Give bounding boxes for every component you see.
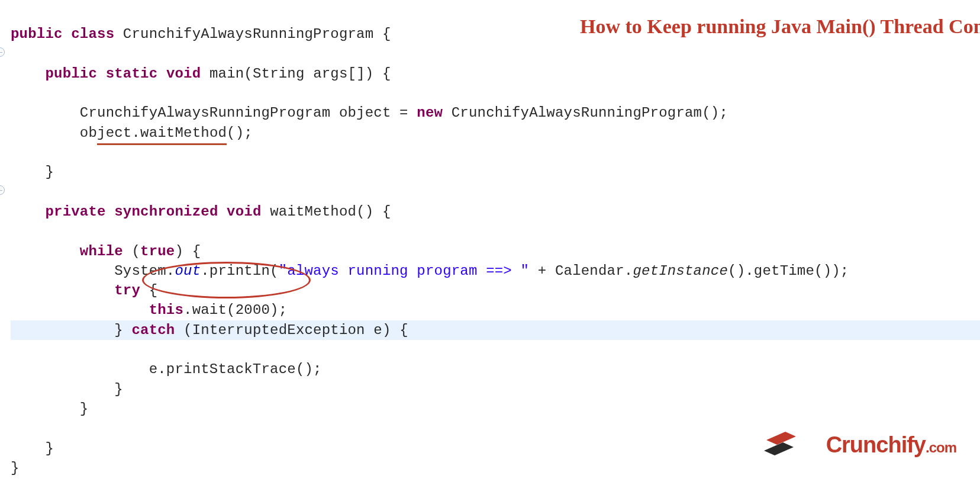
method-main: main(String args[]) { xyxy=(209,66,391,82)
keyword-class: class xyxy=(71,26,114,42)
class-name: CrunchifyAlwaysRunningProgram xyxy=(123,26,373,42)
string-literal: "always running program ==> " xyxy=(279,263,529,279)
brace: { xyxy=(373,26,391,42)
keyword-new: new xyxy=(417,105,443,121)
keyword-void: void xyxy=(227,204,261,220)
fold-marker-icon[interactable] xyxy=(0,47,5,57)
code-editor[interactable]: public class CrunchifyAlwaysRunningProgr… xyxy=(11,5,849,478)
crunchify-logo: Crunchify.com xyxy=(763,407,956,483)
brace-close: } xyxy=(45,441,54,457)
wait-call: .wait(2000); xyxy=(183,302,287,318)
brace-close: } xyxy=(80,401,89,417)
brace-close: } xyxy=(11,460,20,476)
logo-wordmark: Crunchify.com xyxy=(803,407,956,483)
keyword-catch: catch xyxy=(131,322,175,338)
keyword-synchronized: synchronized xyxy=(114,204,218,220)
brace-close: } xyxy=(114,381,123,397)
catch-prefix: } xyxy=(114,322,131,338)
object-decl-2: CrunchifyAlwaysRunningProgram(); xyxy=(443,105,728,121)
keyword-while: while xyxy=(80,243,123,259)
println-4: ().getTime()); xyxy=(728,263,849,279)
method-getInstance: getInstance xyxy=(633,263,728,279)
object-decl: CrunchifyAlwaysRunningProgram object = xyxy=(80,105,417,121)
println-3: + Calendar. xyxy=(529,263,633,279)
catch-sig: (InterruptedException e) { xyxy=(175,322,408,338)
object-call-prefix: ob xyxy=(80,125,97,141)
keyword-void: void xyxy=(166,66,201,82)
keyword-static: static xyxy=(106,66,158,82)
method-waitMethod: waitMethod() { xyxy=(270,204,391,220)
fold-marker-icon[interactable] xyxy=(0,185,5,195)
page-title: How to Keep running Java Main() Thread C… xyxy=(580,12,911,41)
logo-brand: Crunchify xyxy=(826,432,926,457)
keyword-true: true xyxy=(140,243,175,259)
keyword-try: try xyxy=(114,282,140,298)
keyword-public: public xyxy=(11,26,63,42)
underline-annotation: ject.waitMethod xyxy=(97,123,227,143)
brace-close: } xyxy=(45,164,54,180)
ellipse-annotation xyxy=(142,262,311,298)
paren: ( xyxy=(123,243,140,259)
stacktrace: e.printStackTrace(); xyxy=(149,361,322,377)
brace-open: ) { xyxy=(175,243,201,259)
crunchify-logo-icon xyxy=(763,432,798,459)
logo-tld: .com xyxy=(926,439,956,455)
object-call-suffix: (); xyxy=(227,125,253,141)
keyword-this: this xyxy=(149,302,183,318)
keyword-public: public xyxy=(45,66,97,82)
keyword-private: private xyxy=(45,204,105,220)
